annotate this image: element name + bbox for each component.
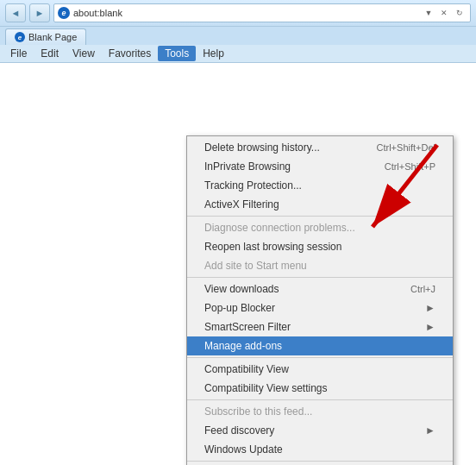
- menu-item-label: Compatibility View settings: [204, 382, 328, 394]
- content-area: Delete browsing history... Ctrl+Shift+De…: [0, 63, 476, 465]
- submenu-arrow-icon: ►: [425, 321, 435, 333]
- menu-help[interactable]: Help: [196, 46, 231, 61]
- tab-favicon: e: [15, 32, 25, 42]
- menu-item-subscribe-feed: Subscribe to this feed...: [187, 402, 453, 421]
- menu-item-windows-update[interactable]: Windows Update: [187, 440, 453, 459]
- menu-view[interactable]: View: [66, 46, 102, 61]
- menu-item-label: Add site to Start menu: [204, 260, 307, 272]
- menu-item-addsite: Add site to Start menu: [187, 256, 453, 275]
- menu-item-tracking[interactable]: Tracking Protection...: [187, 176, 453, 195]
- toolbar: ◄ ► e about:blank ▼ ✕ ↻: [0, 0, 476, 27]
- tools-dropdown-menu: Delete browsing history... Ctrl+Shift+De…: [186, 135, 454, 465]
- separator-3: [187, 357, 453, 358]
- menu-item-feed-discovery[interactable]: Feed discovery ►: [187, 421, 453, 440]
- menu-item-diagnose: Diagnose connection problems...: [187, 218, 453, 237]
- menu-item-downloads[interactable]: View downloads Ctrl+J: [187, 280, 453, 298]
- address-actions: ▼ ✕ ↻: [422, 6, 467, 20]
- separator-5: [187, 461, 453, 462]
- menu-item-label: Compatibility View: [204, 363, 289, 375]
- menu-item-popup-blocker[interactable]: Pop-up Blocker ►: [187, 298, 453, 317]
- submenu-arrow-icon: ►: [425, 302, 435, 314]
- active-tab[interactable]: e Blank Page: [5, 28, 86, 45]
- separator-2: [187, 277, 453, 278]
- menu-tools[interactable]: Tools: [158, 46, 196, 61]
- menu-item-delete-browsing[interactable]: Delete browsing history... Ctrl+Shift+De…: [187, 138, 453, 157]
- address-text: about:blank: [73, 8, 418, 18]
- menu-shortcut: Ctrl+Shift+Del: [377, 142, 435, 153]
- ie-logo-icon: e: [58, 7, 70, 19]
- menu-item-compat-settings[interactable]: Compatibility View settings: [187, 379, 453, 398]
- menu-item-label: Manage add-ons: [204, 340, 282, 352]
- menu-item-label: Pop-up Blocker: [204, 302, 275, 314]
- menu-item-label: Tracking Protection...: [204, 179, 302, 192]
- menu-favorites[interactable]: Favorites: [102, 46, 158, 61]
- menu-item-manage-addons[interactable]: Manage add-ons: [187, 336, 453, 355]
- separator-1: [187, 216, 453, 217]
- menu-item-label: Diagnose connection problems...: [204, 222, 355, 234]
- stop-icon[interactable]: ✕: [437, 6, 451, 20]
- menu-item-label: Reopen last browsing session: [204, 241, 341, 253]
- tab-bar: e Blank Page: [0, 27, 476, 45]
- tab-title: Blank Page: [28, 32, 77, 42]
- address-bar[interactable]: e about:blank ▼ ✕ ↻: [53, 3, 471, 22]
- menu-shortcut: Ctrl+Shift+P: [385, 161, 435, 172]
- menu-item-smartscreen[interactable]: SmartScreen Filter ►: [187, 317, 453, 336]
- menu-item-label: ActiveX Filtering: [204, 198, 279, 211]
- menu-item-inprivate[interactable]: InPrivate Browsing Ctrl+Shift+P: [187, 157, 453, 176]
- menu-item-label: Windows Update: [204, 443, 283, 456]
- menubar: File Edit View Favorites Tools Help: [0, 45, 476, 63]
- menu-edit[interactable]: Edit: [34, 46, 66, 61]
- menu-item-label: Feed discovery: [204, 424, 274, 437]
- menu-item-label: InPrivate Browsing: [204, 160, 291, 173]
- menu-shortcut: Ctrl+J: [410, 284, 435, 294]
- menu-item-reopen[interactable]: Reopen last browsing session: [187, 237, 453, 256]
- menu-item-label: Delete browsing history...: [204, 141, 320, 154]
- menu-file[interactable]: File: [3, 46, 34, 61]
- menu-item-label: SmartScreen Filter: [204, 321, 291, 333]
- menu-item-activex[interactable]: ActiveX Filtering: [187, 195, 453, 214]
- refresh-icon[interactable]: ↻: [453, 6, 467, 20]
- separator-4: [187, 399, 453, 400]
- browser-window: ◄ ► e about:blank ▼ ✕ ↻ e Blank Page Fil…: [0, 0, 476, 465]
- dropdown-icon[interactable]: ▼: [422, 6, 435, 20]
- menu-item-compat-view[interactable]: Compatibility View: [187, 360, 453, 379]
- forward-button[interactable]: ►: [29, 3, 50, 22]
- menu-item-label: View downloads: [204, 283, 279, 295]
- menu-item-label: Subscribe to this feed...: [204, 405, 312, 418]
- back-button[interactable]: ◄: [5, 3, 26, 22]
- submenu-arrow-icon: ►: [425, 424, 435, 437]
